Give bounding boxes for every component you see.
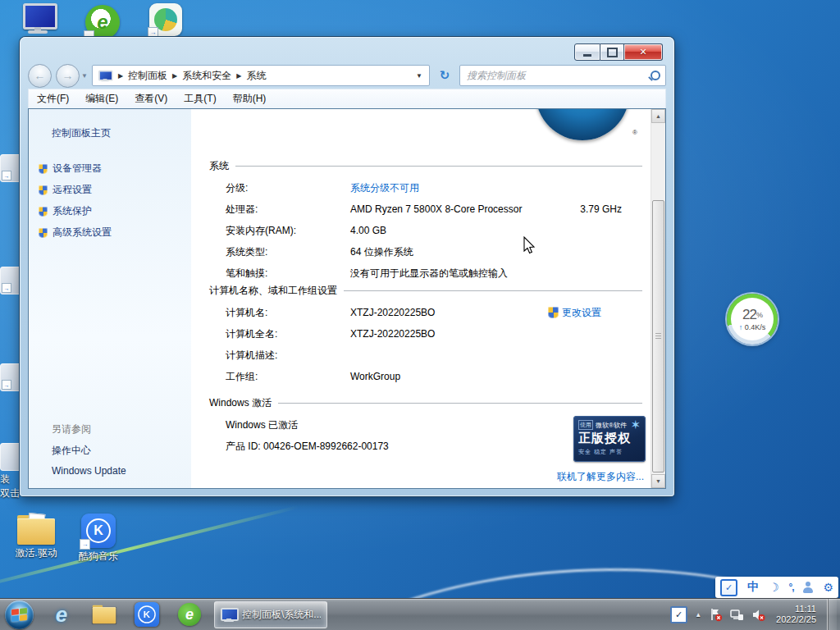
taskbar-item-internet-explorer[interactable]: e <box>40 600 83 628</box>
vertical-scrollbar[interactable]: ▲ ▼ <box>651 109 665 488</box>
minimize-button[interactable] <box>574 43 600 61</box>
show-hidden-icons-button[interactable]: ▲ <box>695 611 701 619</box>
breadcrumb-item-system[interactable]: 系统 <box>246 69 266 83</box>
system-window-icon <box>221 608 237 622</box>
breadcrumb[interactable]: ▶ 控制面板 ▶ 系统和安全 ▶ 系统 ▼ <box>92 65 430 86</box>
registered-mark: ® <box>632 129 637 136</box>
row-system-type: 系统类型: 64 位操作系统 <box>191 241 651 262</box>
star-icon: ✶ <box>630 421 641 429</box>
desktop-icon-kugou-music[interactable]: K → 酷狗音乐 <box>72 514 125 564</box>
uac-shield-icon <box>39 185 48 195</box>
scroll-up-icon: ▲ <box>655 113 661 119</box>
row-pen-touch: 笔和触摸: 没有可用于此显示器的笔或触控输入 <box>191 262 651 284</box>
back-button[interactable]: ← <box>28 64 52 88</box>
rating-unavailable-link[interactable]: 系统分级不可用 <box>350 181 419 195</box>
gauge-speed: ↑ 0.4K/s <box>739 323 766 331</box>
show-desktop-button[interactable] <box>827 599 837 630</box>
shortcut-arrow-icon: → <box>80 539 90 550</box>
search-input[interactable] <box>465 69 651 82</box>
row-rating: 分级: 系统分级不可用 <box>191 177 651 199</box>
clock-date: 2022/2/25 <box>776 614 816 625</box>
sidebar-item-windows-update[interactable]: Windows Update <box>52 465 126 477</box>
kugou-icon: K → <box>81 514 116 548</box>
taskbar-active-window-button[interactable]: 控制面板\系统和... <box>214 601 327 628</box>
recent-pages-dropdown[interactable]: ▼ <box>81 72 88 80</box>
ime-settings-gear-icon[interactable]: ⚙ <box>823 581 833 594</box>
desktop-icon-activation-driver[interactable]: 激活.驱动 <box>10 515 62 560</box>
start-button[interactable] <box>5 600 34 629</box>
desktop-icon-360-browser[interactable]: e → <box>76 5 129 39</box>
system-tray: ✓ ▲ 11:11 2022/2/25 <box>670 599 840 630</box>
menu-help[interactable]: 帮助(H) <box>225 89 275 108</box>
sidebar-item-control-panel-home[interactable]: 控制面板主页 <box>52 126 111 140</box>
desktop-icon-partial-2[interactable]: → <box>0 267 21 294</box>
network-speed-gauge[interactable]: 22% ↑ 0.4K/s <box>727 294 778 345</box>
up-arrow-icon: ↑ <box>739 323 743 331</box>
ie-icon: e <box>56 602 67 628</box>
learn-more-online-link[interactable]: 联机了解更多内容... <box>557 470 644 484</box>
refresh-button[interactable]: ↻ <box>434 65 455 86</box>
see-also-header: 另请参阅 <box>52 422 126 436</box>
scrollbar-track[interactable] <box>651 123 665 474</box>
desktop: e → → → → → 装 双击 激活.驱动 K → 酷狗音乐 22% ↑ 0.… <box>0 0 840 630</box>
breadcrumb-item-control-panel[interactable]: 控制面板 <box>128 69 167 83</box>
network-status-icon[interactable] <box>730 608 744 622</box>
sidebar: 控制面板主页 设备管理器 远程设置 系统保护 <box>29 109 191 488</box>
sidebar-item-advanced-settings[interactable]: 高级系统设置 <box>39 226 112 240</box>
menu-file[interactable]: 文件(F) <box>29 89 77 108</box>
breadcrumb-item-system-security[interactable]: 系统和安全 <box>182 69 231 83</box>
ime-chinese-mode-button[interactable]: 中 <box>747 580 759 595</box>
green-e-browser-icon: e → <box>85 5 120 39</box>
sidebar-item-action-center[interactable]: 操作中心 <box>52 444 126 458</box>
scroll-up-button[interactable]: ▲ <box>651 109 665 123</box>
desktop-icon-label: 酷狗音乐 <box>79 550 118 564</box>
search-icon <box>651 71 660 80</box>
gauge-percent: 22% <box>742 307 762 323</box>
menu-tools[interactable]: 工具(T) <box>176 89 224 108</box>
ime-fullwidth-moon-icon[interactable]: ☽ <box>769 581 779 594</box>
ime-account-icon[interactable] <box>803 582 813 593</box>
desktop-icon-partial-3[interactable]: → <box>0 363 21 391</box>
main-content: ® 系统 分级: 系统分级不可用 处理器: AMD Ryzen 7 5800X … <box>191 109 651 488</box>
section-computer-name: 计算机名称、域和工作组设置 <box>209 284 642 297</box>
desktop-icon-partial-1[interactable]: → <box>0 154 21 182</box>
taskbar-clock[interactable]: 11:11 2022/2/25 <box>776 604 816 625</box>
row-workgroup: 工作组: WorkGroup <box>191 366 651 387</box>
desktop-icon-swirl-app[interactable]: → <box>139 3 192 36</box>
kugou-icon: K <box>135 602 159 627</box>
address-dropdown-arrow[interactable]: ▼ <box>413 72 425 80</box>
desktop-icon-partial-4[interactable]: 装 双击 <box>0 443 21 500</box>
breadcrumb-arrow-icon: ▶ <box>172 72 177 80</box>
sidebar-item-remote-settings[interactable]: 远程设置 <box>39 183 112 197</box>
menu-view[interactable]: 查看(V) <box>126 89 176 108</box>
uac-shield-icon <box>39 164 48 174</box>
volume-muted-icon[interactable] <box>751 608 765 622</box>
menu-edit[interactable]: 编辑(E) <box>77 89 126 108</box>
taskbar-item-kugou[interactable]: K <box>126 600 168 628</box>
search-box <box>459 65 666 86</box>
maximize-button[interactable] <box>600 43 624 61</box>
uac-shield-icon <box>39 207 48 217</box>
forward-button[interactable]: → <box>56 64 80 88</box>
scrollbar-thumb[interactable] <box>652 200 664 472</box>
windows-flag-icon <box>11 608 27 622</box>
close-button[interactable]: ✕ <box>624 43 663 61</box>
row-full-computer-name: 计算机全名: XTZJ-20220225BO <box>191 323 651 345</box>
taskbar-item-360-browser[interactable]: e <box>168 600 211 628</box>
row-processor: 处理器: AMD Ryzen 7 5800X 8-Core Processor … <box>191 199 651 220</box>
change-settings-link[interactable]: 更改设置 <box>548 306 601 320</box>
thumb-grip <box>655 333 661 340</box>
taskbar-item-explorer[interactable] <box>83 600 126 628</box>
action-center-flag-icon[interactable] <box>709 608 723 622</box>
scroll-down-button[interactable]: ▼ <box>651 474 665 488</box>
navigation-bar: ← → ▼ ▶ 控制面板 ▶ 系统和安全 ▶ 系统 ▼ ↻ <box>28 63 666 88</box>
swirl-app-icon: → <box>149 3 182 36</box>
desktop-icon-computer[interactable] <box>11 3 64 34</box>
sidebar-item-device-manager[interactable]: 设备管理器 <box>39 162 112 176</box>
scroll-down-icon: ▼ <box>655 478 661 484</box>
sidebar-item-system-protection[interactable]: 系统保护 <box>39 204 112 218</box>
ime-logo-icon[interactable]: ✓ <box>720 579 737 596</box>
ime-punctuation-button[interactable]: °, <box>788 582 793 593</box>
ime-status-tray-icon[interactable]: ✓ <box>670 606 687 623</box>
folder-icon <box>17 515 55 545</box>
